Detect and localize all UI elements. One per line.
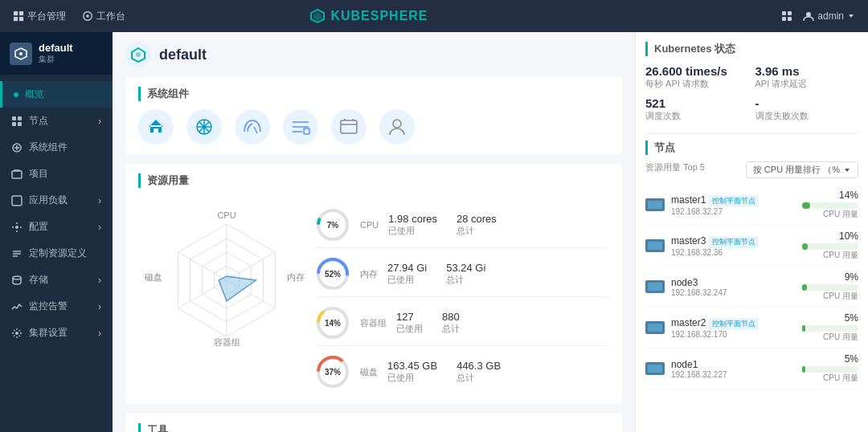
- nodes-list: master1控制平面节点 192.168.32.27 14% CPU 用量 m…: [645, 185, 858, 389]
- right-panel: Kubernetes 状态 26.600 times/s 每秒 API 请求数 …: [635, 32, 868, 432]
- k8s-status-section: Kubernetes 状态 26.600 times/s 每秒 API 请求数 …: [645, 42, 858, 122]
- cluster-logo-icon: [125, 42, 151, 67]
- memory-label: 内存: [360, 268, 378, 280]
- k8s-stat-3: - 调度失败次数: [755, 96, 859, 122]
- svg-text:37%: 37%: [325, 368, 341, 377]
- node-cpu-2: 9% CPU 用量: [802, 271, 858, 302]
- sidebar-menu: 概览 节点 › 系统组件 项目 应用负载 › 配置: [0, 75, 113, 432]
- sidebar-item-storage[interactable]: 存储 ›: [0, 267, 113, 293]
- sidebar-item-config[interactable]: 配置 ›: [0, 214, 113, 240]
- content-inner: default 系统组件: [113, 32, 868, 432]
- tools-section: 工具 kubectl 命令行工具，用于控制当前集群。: [125, 414, 622, 432]
- sidebar-item-system-components[interactable]: 系统组件: [0, 134, 113, 161]
- containers-stats: 127 已使用 880 总计: [396, 311, 460, 335]
- nodes-subheader: 资源用量 Top 5 按 CPU 用量排行 （%: [645, 161, 858, 178]
- svg-point-14: [19, 52, 23, 55]
- nodes-header: 节点: [645, 141, 858, 155]
- node-cpu-bar-1: [802, 243, 808, 250]
- containers-total: 880 总计: [442, 311, 460, 335]
- node-info-4: node1 192.168.32.227: [671, 359, 796, 379]
- nodes-section: 节点 资源用量 Top 5 按 CPU 用量排行 （% master1控制平面节…: [645, 141, 858, 389]
- node-item-0[interactable]: master1控制平面节点 192.168.32.27 14% CPU 用量: [645, 185, 858, 226]
- resource-usage-section: 资源用量: [125, 164, 622, 404]
- svg-point-24: [15, 332, 18, 335]
- divider: [645, 133, 858, 134]
- svg-point-5: [86, 14, 89, 18]
- node-cpu-3: 5% CPU 用量: [802, 312, 858, 343]
- node-item-4[interactable]: node1 192.168.32.227 5% CPU 用量: [645, 348, 858, 389]
- sidebar-item-cluster-settings[interactable]: 集群设置 ›: [0, 320, 113, 346]
- node-icon-2: [645, 280, 665, 293]
- node-cpu-bar-2: [802, 284, 807, 291]
- svg-text:CPU: CPU: [217, 210, 235, 220]
- workbench[interactable]: 工作台: [82, 10, 125, 23]
- cpu-used: 1.98 cores 已使用: [388, 213, 437, 237]
- node-cpu-bar-wrap-2: [802, 284, 858, 291]
- svg-rect-17: [12, 122, 16, 126]
- top-nav: 平台管理 工作台 KUBESPHERE admin: [0, 0, 868, 32]
- sidebar-item-nodes[interactable]: 节点 ›: [0, 108, 113, 134]
- svg-point-12: [806, 12, 811, 17]
- svg-rect-9: [788, 11, 792, 15]
- left-panel: default 系统组件: [113, 32, 635, 432]
- svg-marker-41: [219, 276, 256, 301]
- sidebar-item-app-workloads[interactable]: 应用负载 ›: [0, 187, 113, 214]
- k8s-stat-0: 26.600 times/s 每秒 API 请求数: [645, 64, 749, 90]
- k8s-stat-1: 3.96 ms API 请求延迟: [755, 64, 859, 90]
- cpu-stats: 1.98 cores 已使用 28 cores 总计: [388, 213, 497, 237]
- cluster-icon: [10, 43, 32, 65]
- node-item-3[interactable]: master2控制平面节点 192.168.32.170 5% CPU 用量: [645, 308, 858, 348]
- k8s-stats-grid: 26.600 times/s 每秒 API 请求数 3.96 ms API 请求…: [645, 64, 858, 122]
- svg-text:7%: 7%: [327, 221, 339, 230]
- component-icon-3[interactable]: [283, 109, 318, 145]
- node-cpu-bar-wrap-1: [802, 243, 858, 250]
- component-icon-4[interactable]: [331, 109, 366, 145]
- sidebar-item-monitoring[interactable]: 监控告警 ›: [0, 293, 113, 320]
- node-cpu-bar-wrap-3: [802, 325, 858, 332]
- metric-row-cpu: 7% CPU 1.98 cores 已使用: [315, 202, 609, 248]
- system-components-section: 系统组件: [125, 77, 622, 154]
- content-area: default 系统组件: [113, 32, 868, 432]
- svg-text:磁盘: 磁盘: [144, 272, 162, 282]
- arrow-icon: ›: [98, 301, 101, 312]
- svg-text:14%: 14%: [325, 319, 341, 328]
- sidebar-header: default 集群: [0, 32, 113, 75]
- node-info-2: node3 192.168.32.247: [671, 277, 796, 297]
- sidebar-item-overview[interactable]: 概览: [0, 81, 113, 108]
- resource-inner: CPU 内存 容器组 磁盘: [138, 196, 609, 394]
- svg-rect-0: [14, 11, 18, 15]
- containers-label: 容器组: [360, 317, 387, 329]
- cpu-circle: 7%: [315, 207, 350, 242]
- svg-marker-7: [313, 12, 321, 21]
- svg-rect-29: [341, 120, 357, 133]
- sidebar-item-crd[interactable]: 定制资源定义: [0, 240, 113, 267]
- node-item-1[interactable]: master3控制平面节点 192.168.32.36 10% CPU 用量: [645, 226, 858, 267]
- node-cpu-bar-wrap-4: [802, 366, 858, 373]
- svg-rect-10: [782, 17, 786, 21]
- component-icon-2[interactable]: [235, 109, 270, 145]
- sidebar-item-projects[interactable]: 项目: [0, 161, 113, 187]
- k8s-stat-2: 521 调度次数: [645, 96, 749, 122]
- node-info-3: master2控制平面节点 192.168.32.170: [671, 317, 796, 339]
- node-cpu-0: 14% CPU 用量: [802, 190, 858, 220]
- node-icon-1: [645, 239, 665, 252]
- component-icon-5[interactable]: [379, 109, 415, 145]
- disk-stats: 163.45 GB 已使用 446.3 GB 总计: [387, 360, 501, 384]
- containers-circle: 14%: [315, 305, 350, 340]
- svg-rect-15: [12, 116, 16, 120]
- node-cpu-1: 10% CPU 用量: [802, 230, 858, 261]
- svg-rect-18: [18, 122, 22, 126]
- metric-row-disk: 37% 磁盘 163.45 GB 已使用: [315, 349, 609, 394]
- svg-rect-21: [12, 196, 22, 206]
- component-icon-0[interactable]: [138, 109, 174, 145]
- sort-button[interactable]: 按 CPU 用量排行 （%: [746, 161, 858, 178]
- admin-button[interactable]: admin: [803, 10, 855, 22]
- component-icon-1[interactable]: [186, 109, 222, 145]
- svg-rect-2: [14, 17, 18, 21]
- resource-usage-title: 资源用量: [138, 173, 609, 188]
- k8s-status-title: Kubernetes 状态: [645, 42, 858, 56]
- platform-management[interactable]: 平台管理: [13, 10, 66, 23]
- cpu-label: CPU: [360, 220, 379, 230]
- svg-rect-20: [12, 171, 22, 178]
- node-item-2[interactable]: node3 192.168.32.247 9% CPU 用量: [645, 267, 858, 308]
